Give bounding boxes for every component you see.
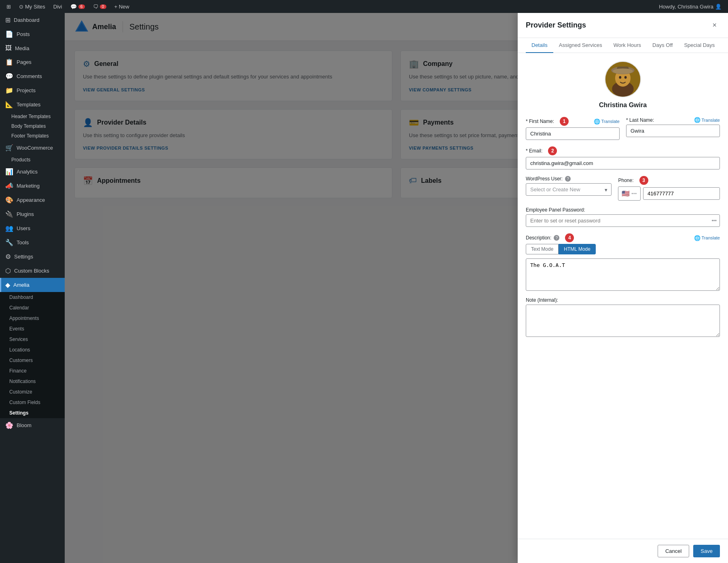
modal-header: Provider Settings × [518, 13, 728, 38]
sidebar-item-amelia-customers[interactable]: Customers [0, 355, 65, 366]
avatar [605, 61, 641, 97]
description-group: Description: ? 4 🌐 Translate Text Mode H… [526, 233, 720, 291]
flag-emoji: 🇺🇸 [622, 190, 630, 197]
sidebar-item-amelia-custom-fields[interactable]: Custom Fields [0, 397, 65, 408]
sidebar-item-bloom[interactable]: 🌸 Bloom [0, 418, 65, 432]
first-name-translate-btn[interactable]: 🌐 Translate [594, 119, 620, 125]
first-name-group: * First Name: 1 🌐 Translate [526, 117, 620, 140]
appearance-icon: 🎨 [5, 196, 13, 204]
sidebar-item-amelia-dashboard[interactable]: Dashboard [0, 292, 65, 303]
note-label: Note (Internal): [526, 297, 720, 303]
description-textarea[interactable]: The G.O.A.T [526, 258, 720, 291]
templates-icon: 📐 [5, 101, 13, 108]
sidebar-item-footer-templates[interactable]: Footer Templates [0, 131, 65, 141]
plugins-icon: 🔌 [5, 210, 13, 218]
pages-icon: 📋 [5, 58, 13, 66]
sidebar-item-amelia-events[interactable]: Events [0, 324, 65, 334]
modal-tabs: Details Assigned Services Work Hours Day… [518, 38, 728, 53]
email-label: * Email: 2 [526, 146, 720, 155]
sidebar-item-templates[interactable]: 📐 Templates [0, 97, 65, 112]
step-badge-1: 1 [560, 117, 569, 126]
phone-input[interactable] [643, 187, 720, 200]
text-mode-button[interactable]: Text Mode [526, 244, 559, 254]
sidebar-item-amelia-finance[interactable]: Finance [0, 366, 65, 376]
settings-icon: ⚙ [5, 253, 11, 260]
sites-icon: ⊙ [19, 4, 23, 10]
first-name-label: * First Name: 1 🌐 Translate [526, 117, 620, 126]
sidebar-item-tools[interactable]: 🔧 Tools [0, 235, 65, 250]
sidebar-item-media[interactable]: 🖼 Media [0, 41, 65, 55]
step-badge-2: 2 [548, 146, 557, 155]
email-row: * Email: 2 [526, 146, 720, 169]
sidebar-item-pages[interactable]: 📋 Pages [0, 55, 65, 69]
tab-special-days[interactable]: Special Days [678, 38, 720, 53]
first-name-input[interactable] [526, 127, 620, 140]
sidebar-item-amelia-calendar[interactable]: Calendar [0, 303, 65, 313]
password-input[interactable] [526, 214, 720, 227]
new-item[interactable]: + New [111, 0, 133, 13]
sidebar-item-amelia-customize[interactable]: Customize [0, 387, 65, 397]
bubbles-badge: 0 [100, 4, 106, 9]
media-icon: 🖼 [5, 44, 12, 52]
divi-item[interactable]: Divi [50, 0, 66, 13]
sidebar-item-users[interactable]: 👥 Users [0, 221, 65, 235]
cancel-button[interactable]: Cancel [658, 545, 689, 557]
last-name-input[interactable] [626, 125, 720, 137]
sidebar-item-amelia-settings[interactable]: Settings [0, 408, 65, 418]
sidebar-item-amelia-notifications[interactable]: Notifications [0, 376, 65, 387]
sidebar-item-woocommerce[interactable]: 🛒 WooCommerce [0, 141, 65, 155]
save-button[interactable]: Save [693, 545, 720, 557]
last-name-translate-btn[interactable]: 🌐 Translate [694, 117, 720, 123]
sidebar-item-projects[interactable]: 📁 Projects [0, 83, 65, 97]
html-mode-button[interactable]: HTML Mode [559, 244, 596, 254]
password-dots-button[interactable]: ••• [711, 218, 717, 224]
sidebar-item-marketing[interactable]: 📣 Marketing [0, 179, 65, 193]
my-sites-item[interactable]: ⊙ My Sites [16, 0, 49, 13]
description-translate-btn[interactable]: 🌐 Translate [694, 235, 720, 241]
sidebar-item-dashboard[interactable]: ⊞ Dashboard [0, 13, 65, 27]
last-name-group: * Last Name: 🌐 Translate [626, 117, 720, 140]
modal-close-button[interactable]: × [709, 19, 720, 31]
tab-days-off[interactable]: Days Off [647, 38, 678, 53]
custom-blocks-icon: ⬡ [5, 267, 11, 275]
wp-user-select-wrapper: Select or Create New [526, 183, 612, 196]
sidebar-item-appearance[interactable]: 🎨 Appearance [0, 193, 65, 207]
phone-dots: ••• [631, 191, 637, 196]
sidebar-item-posts[interactable]: 📄 Posts [0, 27, 65, 41]
sidebar-item-analytics[interactable]: 📊 Analytics [0, 165, 65, 179]
sidebar-item-body-templates[interactable]: Body Templates [0, 121, 65, 131]
sidebar-item-amelia-appointments[interactable]: Appointments [0, 313, 65, 324]
email-group: * Email: 2 [526, 146, 720, 169]
last-name-label: * Last Name: 🌐 Translate [626, 117, 720, 123]
sidebar-item-amelia[interactable]: ◆ Amelia [0, 278, 65, 292]
description-help-icon: ? [554, 235, 559, 241]
bubbles-item[interactable]: 🗨 0 [90, 0, 110, 13]
sidebar-item-settings[interactable]: ⚙ Settings [0, 250, 65, 264]
sidebar-item-header-templates[interactable]: Header Templates [0, 112, 65, 121]
wp-user-select[interactable]: Select or Create New [526, 183, 612, 196]
howdy-item[interactable]: Howdy, Christina Gwira 👤 [656, 0, 725, 13]
wp-user-help-icon: ? [565, 176, 571, 182]
woocommerce-icon: 🛒 [5, 144, 13, 152]
sidebar-item-amelia-services[interactable]: Services [0, 334, 65, 345]
comments-icon: 💬 [5, 72, 13, 80]
tab-details[interactable]: Details [526, 38, 553, 53]
bubbles-icon: 🗨 [93, 4, 98, 10]
sidebar-item-products[interactable]: Products [0, 155, 65, 165]
sidebar-item-plugins[interactable]: 🔌 Plugins [0, 207, 65, 221]
comments-item[interactable]: 💬 6 [67, 0, 88, 13]
sidebar-item-custom-blocks[interactable]: ⬡ Custom Blocks [0, 264, 65, 278]
sidebar-item-amelia-locations[interactable]: Locations [0, 345, 65, 355]
provider-name: Christina Gwira [599, 102, 647, 109]
phone-flag-selector[interactable]: 🇺🇸 ••• [618, 186, 641, 201]
svg-point-8 [619, 76, 621, 79]
tools-icon: 🔧 [5, 239, 13, 246]
email-input[interactable] [526, 157, 720, 169]
sidebar-item-comments[interactable]: 💬 Comments [0, 69, 65, 83]
modal-title: Provider Settings [526, 21, 586, 30]
tab-work-hours[interactable]: Work Hours [608, 38, 647, 53]
note-textarea[interactable] [526, 305, 720, 337]
bloom-icon: 🌸 [5, 421, 13, 429]
wp-logo-item[interactable]: ⊞ [3, 0, 14, 13]
tab-assigned-services[interactable]: Assigned Services [553, 38, 608, 53]
